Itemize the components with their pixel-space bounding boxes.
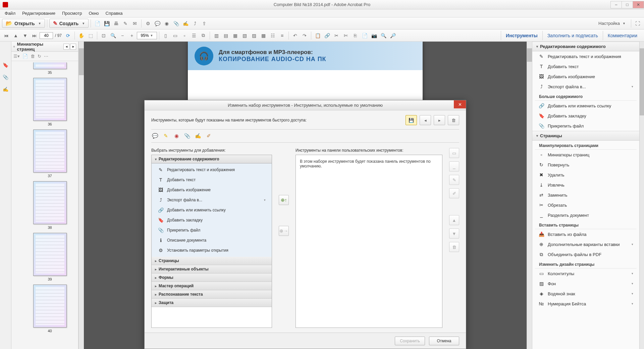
window-close-button[interactable]: ✕	[633, 1, 644, 8]
email-icon[interactable]: ✉	[130, 19, 139, 28]
tree-item[interactable]: ⤴Экспорт файла в...▾	[152, 195, 272, 205]
clipboard-icon[interactable]: 📋	[313, 31, 322, 40]
thumbnail-item[interactable]: 37	[21, 130, 78, 178]
sign-tool-icon[interactable]: ✍	[194, 132, 202, 140]
fit-width-icon[interactable]: ▭	[171, 31, 179, 40]
move-up-icon[interactable]: ▲	[449, 215, 459, 225]
stamp-icon[interactable]: ◉	[162, 19, 171, 28]
tool-add-bookmark[interactable]: 🔖Добавить закладку	[532, 111, 639, 121]
attach-tool-icon[interactable]: 📎	[183, 132, 191, 140]
thumbnail-item[interactable]: 36	[21, 78, 78, 126]
thumb-menu-icon[interactable]: ⋯	[44, 54, 48, 59]
prev-set-icon[interactable]: ◂	[420, 115, 431, 125]
crop-icon[interactable]: ✂	[332, 31, 341, 40]
view4-icon[interactable]: ▧	[240, 31, 249, 40]
tool-page-thumbnails[interactable]: ▫Миниатюры страниц	[532, 150, 639, 160]
thumbnail-item[interactable]: 40	[21, 285, 78, 333]
delete-set-icon[interactable]: 🗑	[448, 115, 459, 125]
gear-icon[interactable]: ⚙	[144, 19, 152, 28]
view2-icon[interactable]: ▤	[221, 31, 230, 40]
page-number-input[interactable]	[40, 32, 53, 39]
dialog-close-button[interactable]: ✕	[454, 100, 466, 108]
tab-comments[interactable]: Комментарии	[603, 31, 642, 40]
add-instructions-icon[interactable]: ✎	[449, 175, 459, 185]
view5-icon[interactable]: ▨	[250, 31, 258, 40]
tool-rotate[interactable]: ↻Повернуть	[532, 160, 639, 170]
thumb-new-icon[interactable]: 📄	[22, 54, 28, 59]
last-page-icon[interactable]: ⏭	[30, 31, 39, 40]
create-button[interactable]: ✎ Создать ▼	[49, 19, 89, 28]
view8-icon[interactable]: ≡	[278, 31, 286, 40]
menu-view[interactable]: Просмотр	[59, 10, 85, 16]
attach-icon[interactable]: 📎	[172, 19, 180, 28]
find-icon[interactable]: 🔍	[379, 31, 388, 40]
dialog-save-button[interactable]: Сохранить	[395, 337, 425, 345]
view7-icon[interactable]: ☷	[268, 31, 277, 40]
thumbnail-item[interactable]: 38	[21, 181, 78, 230]
paste-icon[interactable]: 📄	[360, 31, 369, 40]
tool-edit-text-images[interactable]: ✎Редактировать текст и изображения	[532, 51, 639, 61]
tool-replace[interactable]: ⇄Заменить	[532, 190, 639, 200]
hand-icon[interactable]: ✋	[77, 31, 86, 40]
comment-tool-icon[interactable]: 💬	[151, 132, 159, 140]
thumbnail-scrollbar[interactable]	[78, 42, 84, 349]
section-pages[interactable]: Страницы	[532, 131, 639, 141]
redo-icon[interactable]: ↷	[300, 31, 309, 40]
customize-button[interactable]: Настройка ▼	[595, 21, 629, 26]
tree-item[interactable]: 🖼Добавить изображение	[152, 185, 272, 195]
cut-icon[interactable]: ✄	[341, 31, 350, 40]
tree-cat-content-editing[interactable]: Редактирование содержимого	[152, 155, 272, 163]
tree-item[interactable]: 🔗Добавить или изменить ссылку	[152, 205, 272, 215]
tool-background[interactable]: ▨Фон▾	[532, 279, 639, 289]
thumb-prev-icon[interactable]: ◂	[63, 44, 69, 50]
search-icon[interactable]: 🔎	[388, 31, 397, 40]
view1-icon[interactable]: ▥	[212, 31, 221, 40]
signature-icon[interactable]: ✍	[2, 86, 9, 93]
tool-combine[interactable]: ⧉Объединить файлы в PDF	[532, 249, 639, 259]
menu-file[interactable]: Файл	[1, 10, 19, 16]
stamp-tool-icon[interactable]: ◉	[173, 132, 180, 140]
section-content-editing[interactable]: Редактирование содержимого	[532, 42, 639, 51]
tool-add-image[interactable]: 🖼Добавить изображение	[532, 71, 639, 82]
tree-item[interactable]: ℹОписание документа	[152, 235, 272, 245]
thumb-rotate-icon[interactable]: ↻	[38, 54, 41, 59]
open-button[interactable]: 📂 Открыть ▼	[2, 19, 45, 28]
document-scrollbar[interactable]	[527, 42, 532, 349]
scrolling-icon[interactable]: ☰	[190, 31, 198, 40]
fullscreen-icon[interactable]: ⛶	[633, 19, 642, 28]
tab-fillsign[interactable]: Заполнить и подписать	[542, 31, 603, 40]
tool-extract[interactable]: ⤓Извлечь	[532, 180, 639, 190]
add-separator-icon[interactable]: ⎯	[449, 161, 459, 171]
tab-tools[interactable]: Инструменты	[501, 31, 542, 40]
save-icon[interactable]: 💾	[102, 19, 111, 28]
move-down-icon[interactable]: ▼	[449, 229, 459, 239]
thumbnail-list[interactable]: 35 36 37 38 39 40	[11, 61, 78, 349]
first-page-icon[interactable]: ⏮	[2, 31, 11, 40]
edit-item-icon[interactable]: ✐	[449, 188, 459, 198]
tree-cat-pages[interactable]: Страницы	[152, 257, 272, 265]
attachment-icon[interactable]: 📎	[2, 74, 9, 81]
thumb-delete-icon[interactable]: 🗑	[31, 54, 35, 59]
sign-icon[interactable]: ✍	[181, 19, 190, 28]
link-icon[interactable]: 🔗	[323, 31, 331, 40]
tool-export[interactable]: ⤴Экспорт файла в...▾	[532, 82, 639, 92]
undo-icon[interactable]: ↶	[291, 31, 300, 40]
tool-insert-file[interactable]: 📥Вставить из файла	[532, 229, 639, 239]
tool-split[interactable]: ⎯Разделить документ	[532, 210, 639, 220]
edit-tool-icon[interactable]: ✐	[205, 132, 212, 140]
tool-crop[interactable]: ✂Обрезать	[532, 200, 639, 210]
tree-cat-protection[interactable]: Защита	[152, 299, 272, 307]
window-minimize-button[interactable]: –	[610, 1, 622, 8]
tree-item[interactable]: 📎Прикрепить файл	[152, 225, 272, 235]
refresh-icon[interactable]: ⟳	[64, 31, 72, 40]
zoom-in-icon[interactable]: +	[127, 31, 136, 40]
add-to-panel-button[interactable]: ⊕→	[279, 226, 289, 236]
add-section-icon[interactable]: ▭	[449, 148, 459, 158]
fit-page-icon[interactable]: ▯	[161, 31, 170, 40]
two-page-icon[interactable]: ⧉	[199, 31, 208, 40]
tree-cat-forms[interactable]: Формы	[152, 273, 272, 282]
select-icon[interactable]: ⬚	[86, 31, 95, 40]
thumb-options-icon[interactable]: ☰▾	[13, 54, 20, 59]
tool-delete[interactable]: ✖Удалить	[532, 170, 639, 180]
thumbnail-item[interactable]: 39	[21, 233, 78, 281]
